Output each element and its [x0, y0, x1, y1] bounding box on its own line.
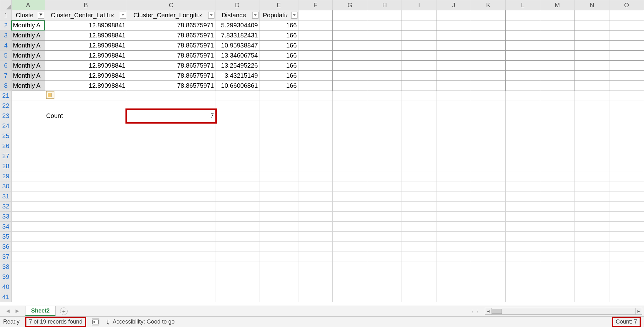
cell-O3[interactable] — [609, 30, 644, 41]
cell-M40[interactable] — [540, 282, 575, 292]
cell-G38[interactable] — [333, 262, 367, 272]
cell-K21[interactable] — [471, 91, 506, 101]
cell-B23[interactable]: Count — [45, 111, 127, 121]
cell-N23[interactable] — [575, 111, 609, 121]
cell-H33[interactable] — [367, 212, 402, 222]
cell-L41[interactable] — [506, 292, 540, 302]
cell-A36[interactable] — [11, 242, 45, 252]
cell-H35[interactable] — [367, 232, 402, 242]
cell-I27[interactable] — [402, 151, 436, 161]
cell-E6[interactable]: 166 — [259, 61, 298, 71]
cell-F31[interactable] — [298, 191, 333, 202]
cell-F24[interactable] — [298, 121, 333, 131]
cell-N6[interactable] — [575, 61, 609, 71]
cell-K5[interactable] — [471, 51, 506, 61]
cell-G6[interactable] — [333, 61, 367, 71]
cell-J38[interactable] — [436, 262, 471, 272]
cell-B35[interactable] — [45, 232, 127, 242]
filter-dropdown-icon[interactable] — [208, 12, 214, 19]
horizontal-scrollbar[interactable]: ◄ ► — [485, 308, 642, 315]
cell-F34[interactable] — [298, 222, 333, 232]
macro-recorder-icon[interactable] — [92, 319, 99, 325]
cell-H8[interactable] — [367, 81, 402, 91]
cell-L40[interactable] — [506, 282, 540, 292]
cell-J25[interactable] — [436, 131, 471, 141]
cell-A28[interactable] — [11, 161, 45, 171]
cell-A34[interactable] — [11, 222, 45, 232]
cell-D1[interactable]: Distance — [215, 10, 259, 20]
cell-L22[interactable] — [506, 101, 540, 111]
cell-N22[interactable] — [575, 101, 609, 111]
row-header-2[interactable]: 2 — [0, 20, 12, 30]
cell-M35[interactable] — [540, 232, 575, 242]
cell-H25[interactable] — [367, 131, 402, 141]
cell-J22[interactable] — [436, 101, 471, 111]
column-header-G[interactable]: G — [333, 0, 367, 10]
cell-O38[interactable] — [609, 262, 644, 272]
cell-L4[interactable] — [506, 41, 540, 51]
cell-B21[interactable] — [45, 91, 127, 101]
row-header-39[interactable]: 39 — [0, 272, 12, 282]
cell-J28[interactable] — [436, 161, 471, 171]
cell-H34[interactable] — [367, 222, 402, 232]
cell-C38[interactable] — [127, 262, 215, 272]
cell-O7[interactable] — [609, 71, 644, 81]
column-header-F[interactable]: F — [298, 0, 333, 10]
cell-B4[interactable]: 12.89098841 — [45, 41, 127, 51]
row-header-24[interactable]: 24 — [0, 121, 12, 131]
cell-N1[interactable] — [575, 10, 609, 20]
cell-O41[interactable] — [609, 292, 644, 302]
cell-A25[interactable] — [11, 131, 45, 141]
cell-H28[interactable] — [367, 161, 402, 171]
cell-F26[interactable] — [298, 141, 333, 151]
cell-L3[interactable] — [506, 30, 540, 41]
cell-J3[interactable] — [436, 30, 471, 41]
cell-G29[interactable] — [333, 171, 367, 181]
cell-A5[interactable]: Monthly A — [11, 51, 45, 61]
cell-I33[interactable] — [402, 212, 436, 222]
cell-N26[interactable] — [575, 141, 609, 151]
cell-E37[interactable] — [259, 252, 298, 262]
cell-L36[interactable] — [506, 242, 540, 252]
cell-H31[interactable] — [367, 191, 402, 202]
cell-K31[interactable] — [471, 191, 506, 202]
cell-D32[interactable] — [215, 202, 259, 212]
row-header-32[interactable]: 32 — [0, 202, 12, 212]
cell-N32[interactable] — [575, 202, 609, 212]
cell-K38[interactable] — [471, 262, 506, 272]
cell-M5[interactable] — [540, 51, 575, 61]
cell-B31[interactable] — [45, 191, 127, 202]
cell-E40[interactable] — [259, 282, 298, 292]
cell-N8[interactable] — [575, 81, 609, 91]
cell-J23[interactable] — [436, 111, 471, 121]
cell-E4[interactable]: 166 — [259, 41, 298, 51]
column-header-I[interactable]: I — [402, 0, 436, 10]
cell-M6[interactable] — [540, 61, 575, 71]
cell-A23[interactable] — [11, 111, 45, 121]
cell-F29[interactable] — [298, 171, 333, 181]
cell-H7[interactable] — [367, 71, 402, 81]
cell-D24[interactable] — [215, 121, 259, 131]
cell-H5[interactable] — [367, 51, 402, 61]
cell-A2[interactable]: Monthly A — [11, 20, 45, 30]
cell-G4[interactable] — [333, 41, 367, 51]
cell-C40[interactable] — [127, 282, 215, 292]
cell-G7[interactable] — [333, 71, 367, 81]
cell-G22[interactable] — [333, 101, 367, 111]
cell-H37[interactable] — [367, 252, 402, 262]
cell-A22[interactable] — [11, 101, 45, 111]
cell-M24[interactable] — [540, 121, 575, 131]
row-header-31[interactable]: 31 — [0, 191, 12, 202]
cell-B37[interactable] — [45, 252, 127, 262]
cell-J34[interactable] — [436, 222, 471, 232]
cell-C7[interactable]: 78.86575971 — [127, 71, 215, 81]
cell-O25[interactable] — [609, 131, 644, 141]
sheet-tab-active[interactable]: Sheet2 — [25, 306, 56, 316]
cell-N21[interactable] — [575, 91, 609, 101]
cell-A1[interactable]: Cluste — [11, 10, 45, 20]
cell-F33[interactable] — [298, 212, 333, 222]
cell-L21[interactable] — [506, 91, 540, 101]
cell-C5[interactable]: 78.86575971 — [127, 51, 215, 61]
cell-L39[interactable] — [506, 272, 540, 282]
cell-K27[interactable] — [471, 151, 506, 161]
